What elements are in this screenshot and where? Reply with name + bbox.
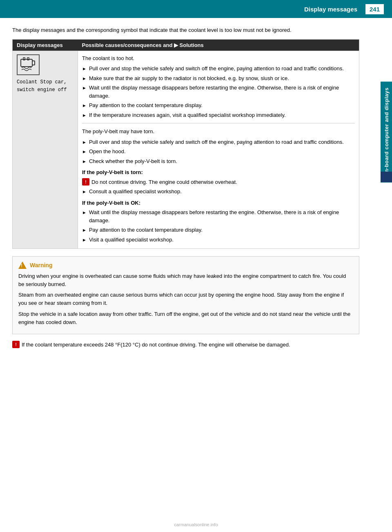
- arrow-icon: ►: [82, 75, 87, 82]
- arrow-icon: ►: [82, 158, 87, 165]
- warning-para-2: Steam from an overheated engine can caus…: [18, 291, 353, 307]
- arrow-icon: ►: [82, 188, 87, 195]
- warning-para-3: Stop the vehicle in a safe location away…: [18, 310, 353, 326]
- arrow-icon: ►: [82, 139, 87, 146]
- bullet-item: ► Pay attention to the coolant temperatu…: [82, 101, 355, 110]
- notice-row: ! If the coolant temperature exceeds 248…: [12, 341, 359, 349]
- bullet-text: Open the hood.: [89, 148, 355, 156]
- bullet-item: ► Wait until the display message disappe…: [82, 84, 355, 100]
- arrow-icon: ►: [82, 65, 87, 72]
- bullet-text: Pay attention to the coolant temperature…: [89, 226, 355, 234]
- bullet-text: Pay attention to the coolant temperature…: [89, 101, 355, 110]
- warning-title: Warning: [30, 262, 52, 268]
- bullet-text: Wait until the display message disappear…: [89, 208, 355, 224]
- intro-text: The display messages and the correspondi…: [12, 26, 347, 34]
- header-title: Display messages: [304, 6, 357, 13]
- section1-intro: The coolant is too hot.: [82, 54, 355, 63]
- section2-intro: The poly-V-belt may have torn.: [82, 127, 355, 136]
- bullet-item: ► Consult a qualified specialist worksho…: [82, 188, 355, 196]
- bullet-text: Consult a qualified specialist workshop.: [89, 188, 355, 196]
- table-header-causes: Possible causes/consequences and ▶ Solut…: [78, 39, 359, 51]
- side-tab: On-board computer and displays: [381, 82, 392, 183]
- side-tab-marker: [381, 172, 392, 182]
- coolant-icon: [17, 54, 40, 75]
- bullet-item: ► Pay attention to the coolant temperatu…: [82, 226, 355, 234]
- bullet-item: ► Check whether the poly-V-belt is torn.: [82, 157, 355, 165]
- header-bar: Display messages 241: [0, 0, 392, 18]
- bullet-text: Check whether the poly-V-belt is torn.: [89, 157, 355, 165]
- bullet-item: ► Visit a qualified specialist workshop.: [82, 236, 355, 244]
- bullet-text: Pull over and stop the vehicle safely an…: [89, 138, 355, 146]
- bullet-text: Pull over and stop the vehicle safely an…: [89, 65, 355, 73]
- bullet-item: ► Wait until the display message disappe…: [82, 208, 355, 224]
- arrow-icon: ►: [82, 102, 87, 109]
- notice-icon-red: !: [12, 341, 20, 348]
- svg-rect-0: [21, 59, 32, 67]
- arrow-icon: ►: [82, 237, 87, 244]
- warning-para-1: Driving when your engine is overheated c…: [18, 272, 353, 288]
- table-row: Coolant Stop car, switch engine off The …: [13, 51, 359, 249]
- warning-box: Warning Driving when your engine is over…: [12, 256, 359, 334]
- label-torn: If the poly-V-belt is torn:: [82, 168, 355, 177]
- notice-torn-text: Do not continue driving. The engine coul…: [91, 178, 355, 186]
- main-content: The display messages and the correspondi…: [12, 18, 376, 349]
- arrow-icon: ►: [82, 85, 87, 92]
- bullet-text: Make sure that the air supply to the rad…: [89, 74, 355, 83]
- bullet-text: Wait until the display message disappear…: [89, 84, 355, 100]
- notice-text: If the coolant temperature exceeds 248 °…: [22, 341, 359, 349]
- arrow-icon: ►: [82, 227, 87, 234]
- display-code: Coolant Stop car, switch engine off: [17, 78, 74, 94]
- display-messages-table: Display messages Possible causes/consequ…: [12, 39, 359, 249]
- table-header-display: Display messages: [13, 39, 78, 51]
- arrow-icon: ►: [82, 112, 87, 119]
- display-cell: Coolant Stop car, switch engine off: [13, 51, 78, 249]
- warning-icon-red: !: [82, 178, 89, 186]
- causes-cell: The coolant is too hot. ► Pull over and …: [78, 51, 359, 249]
- arrow-icon: ►: [82, 209, 87, 216]
- notice-torn-item: ! Do not continue driving. The engine co…: [82, 178, 355, 186]
- warning-triangle-icon: [18, 262, 27, 269]
- bullet-item: ► Pull over and stop the vehicle safely …: [82, 65, 355, 73]
- bullet-item: ► Pull over and stop the vehicle safely …: [82, 138, 355, 146]
- arrow-icon: ►: [82, 148, 87, 155]
- page-number: 241: [365, 4, 384, 14]
- watermark: carmanualsonline.info: [174, 522, 218, 527]
- bullet-item: ► Make sure that the air supply to the r…: [82, 74, 355, 83]
- bullet-text: If the temperature increases again, visi…: [89, 111, 355, 119]
- warning-header: Warning: [18, 262, 353, 269]
- svg-rect-1: [32, 61, 35, 65]
- bullet-item: ► If the temperature increases again, vi…: [82, 111, 355, 119]
- bullet-item: ► Open the hood.: [82, 148, 355, 156]
- label-ok: If the poly-V-belt is OK:: [82, 199, 355, 207]
- bullet-text: Visit a qualified specialist workshop.: [89, 236, 355, 244]
